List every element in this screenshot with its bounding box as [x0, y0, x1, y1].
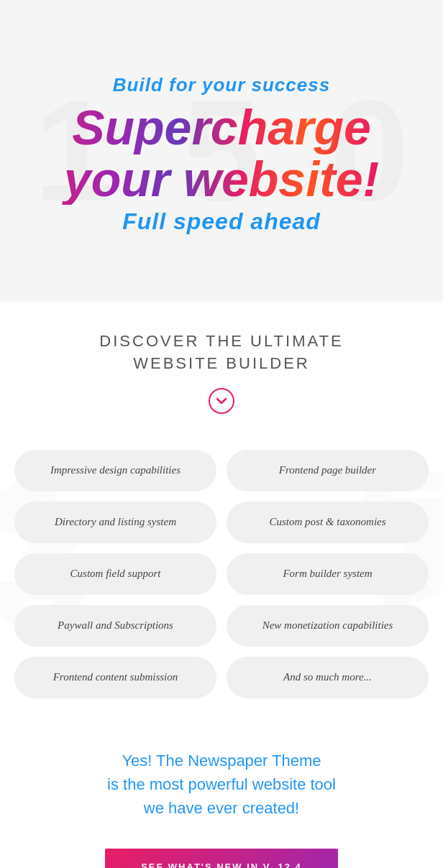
conclusion-text: Yes! The Newspaper Theme is the most pow… [22, 749, 421, 820]
feature-item-5: Form builder system [227, 553, 429, 595]
hero-section: 1 5 0 Build for your success Supercharge… [0, 0, 443, 302]
feature-item-8: Frontend content submission [14, 657, 216, 698]
features-section: 1 5 3 7 Impressive design capabilities F… [0, 428, 443, 727]
feature-item-9: And so much more... [227, 657, 429, 698]
feature-item-4: Custom field support [14, 553, 216, 595]
hero-subtitle: Build for your success [7, 74, 436, 96]
hero-title-line1: Supercharge [72, 100, 371, 154]
feature-item-2: Directory and listing system [14, 502, 216, 543]
feature-item-0: Impressive design capabilities [14, 450, 216, 491]
discover-title-line2: WEBSITE BUILDER [133, 354, 309, 372]
conclusion-section: Yes! The Newspaper Theme is the most pow… [0, 727, 443, 834]
hero-content: Build for your success Supercharge your … [7, 74, 436, 235]
hero-title: Supercharge your website! [7, 102, 436, 205]
feature-item-3: Custom post & taxonomies [227, 502, 429, 543]
discover-title: DISCOVER THE ULTIMATE WEBSITE BUILDER [14, 331, 429, 375]
cta-section: SEE WHAT'S NEW IN v. 12.4 [0, 834, 443, 868]
feature-item-1: Frontend page builder [227, 450, 429, 491]
hero-tagline: Full speed ahead [7, 208, 436, 235]
feature-item-6: Paywall and Subscriptions [14, 605, 216, 647]
hero-title-line2: your website! [64, 152, 379, 206]
features-grid: Impressive design capabilities Frontend … [7, 443, 436, 706]
feature-item-7: New monetization capabilities [227, 605, 429, 647]
cta-button[interactable]: SEE WHAT'S NEW IN v. 12.4 [105, 849, 338, 868]
chevron-down-icon[interactable] [209, 388, 234, 414]
discover-title-line1: DISCOVER THE ULTIMATE [99, 332, 343, 350]
discover-section: DISCOVER THE ULTIMATE WEBSITE BUILDER [0, 302, 443, 428]
